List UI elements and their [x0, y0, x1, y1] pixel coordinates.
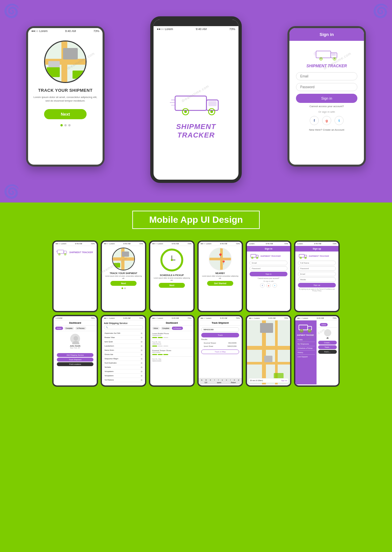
mini-phone-profile: 1:13AM 73% Dashboard Active Complete In … — [52, 315, 98, 387]
mini-g-icon[interactable]: g — [266, 283, 271, 288]
svg-point-6 — [210, 110, 213, 113]
mini-signup-header: Sign up — [295, 246, 338, 252]
search-bar[interactable]: 🔍 — [104, 325, 143, 329]
right-name: JN — [326, 337, 328, 339]
svg-point-50 — [309, 330, 310, 332]
track-shipment-btn[interactable]: Track Shipment — [57, 358, 93, 362]
mini-fb-icon[interactable]: f — [260, 283, 265, 288]
track-results-label: Results: — [201, 338, 239, 340]
signin-header: Sign in — [289, 28, 364, 41]
mini-avatar — [70, 334, 80, 344]
list-dot-10 — [141, 371, 142, 372]
mini-truck-1 — [56, 249, 68, 256]
mini-next-2[interactable]: Next — [110, 281, 137, 286]
email-input[interactable] — [296, 72, 357, 80]
track-button[interactable]: Track — [201, 333, 239, 337]
mini-screen-9: Dashboard Active Complete In Process Lor… — [150, 320, 193, 384]
list-dot-3 — [141, 341, 142, 343]
prog-3c — [163, 354, 168, 355]
next-button[interactable]: Next — [44, 109, 87, 119]
svg-point-23 — [59, 254, 60, 255]
svg-point-25 — [65, 254, 66, 255]
svg-point-34 — [252, 257, 253, 258]
keyboard-row1: qwertyuiop — [200, 379, 241, 381]
list-item-12: Vul Ratione — [102, 378, 145, 382]
svg-rect-20 — [57, 250, 64, 253]
menu-item-history[interactable]: History — [297, 350, 315, 355]
signout-link[interactable]: Sign out — [281, 380, 287, 382]
middle-banner: Mobile App UI Design — [0, 203, 392, 237]
list-item-10: Voluptatem — [102, 369, 145, 374]
nearby-map: 📍 📍 — [209, 248, 232, 270]
mini-password-input[interactable] — [250, 266, 287, 271]
menu-item-profile[interactable]: Profile — [297, 338, 315, 342]
dot-1 — [60, 124, 63, 126]
mini-phone-schedule: ●●○○ Lorem 9:40 AM 73% SCHEDULE A PICKUP… — [149, 240, 195, 312]
list-dot-11 — [141, 375, 142, 377]
right-create-btn[interactable]: Create... — [318, 341, 337, 345]
time-left: 9:40 AM — [65, 29, 76, 33]
add-shipping-btn[interactable]: Add Shipping Service — [57, 353, 93, 357]
track-input-area: Track Results: Eiusmod Tempor 652139465 … — [199, 326, 242, 356]
track-number-input[interactable] — [201, 327, 239, 332]
facebook-icon[interactable]: f — [310, 116, 319, 125]
dash-inprocess-tab[interactable]: In Process — [172, 327, 183, 330]
mini-cannot-access: Cannot access your account? — [250, 277, 287, 279]
signal-left: ●●○○ Lorem — [31, 29, 48, 33]
tab-active[interactable]: Active — [55, 327, 63, 330]
mini-dot — [124, 287, 126, 289]
mini-truck-signup — [298, 253, 308, 259]
right-avatar-area: JN — [318, 329, 337, 339]
list-item-3: Ipsa Quae — [102, 340, 145, 344]
svg-rect-0 — [175, 96, 206, 110]
mini-signin-btn[interactable]: Sign in — [250, 272, 287, 276]
signin-button[interactable]: Sign in — [296, 94, 357, 103]
list-dot-2 — [141, 337, 142, 338]
mini-t-icon[interactable]: t — [272, 283, 277, 288]
list-item-6: Omnis Iste — [102, 352, 145, 357]
mini-next-3[interactable]: Next — [159, 283, 185, 288]
menu-item-schedule[interactable]: Schedule a Pickup — [297, 346, 315, 350]
pin-1: 📍 — [218, 253, 223, 258]
menu-item-support[interactable]: Live Support — [297, 355, 315, 359]
prog-2b — [158, 346, 163, 347]
find-locations-btn[interactable]: Find Locations — [57, 362, 93, 366]
top-section: 🌀 🌀 🌀 dreamstime.com dreamstime.com drea… — [0, 0, 392, 203]
screen-onboard: TRACK YOUR SHIPMENT Lorem ipsum dolor si… — [28, 34, 103, 164]
svg-point-40 — [300, 257, 301, 258]
mobile-input[interactable] — [298, 277, 336, 282]
menu-item-shipments[interactable]: My Shipments — [297, 342, 315, 346]
mini-email-input[interactable] — [250, 261, 287, 265]
dash-tab-bar: Active Complete In Process — [150, 326, 193, 331]
right-active-tab[interactable]: Active — [320, 323, 328, 326]
password-input[interactable] — [296, 83, 357, 91]
google-icon[interactable]: g — [322, 116, 331, 125]
dash-active-tab[interactable]: Active — [152, 327, 160, 330]
track-on-map-btn[interactable]: Track on Map — [201, 349, 239, 354]
dash-complete-tab[interactable]: Complete — [161, 327, 171, 330]
dash-progress-1 — [152, 337, 191, 338]
right-find-btn[interactable]: Find L... — [318, 350, 337, 354]
mini-status-5: Lorem 9:40 AM 73% — [247, 242, 290, 246]
mini-signup-body: SHIPMENT TRACKER Sign up By signing up y… — [295, 252, 338, 293]
banner-box: Mobile App UI Design — [132, 211, 260, 229]
dash-progress-2 — [152, 346, 191, 347]
twitter-icon[interactable]: t — [335, 116, 344, 125]
fullname-input[interactable] — [298, 261, 336, 265]
signup-btn[interactable]: Sign up — [298, 283, 336, 287]
phones-row-1: ●●○○ Lorem 9:40 AM 73% SH — [0, 237, 392, 315]
app-title-splash: SHIPMENT TRACKER — [160, 122, 232, 139]
list-item-9: Veritatis — [102, 365, 145, 369]
right-track-btn[interactable]: Track... — [318, 345, 337, 349]
time-center: 9:40 AM — [196, 27, 206, 31]
keyboard-row2: 123spaceReturn — [200, 382, 241, 383]
mini-getstarted-btn[interactable]: Get Started — [207, 281, 233, 286]
tab-inprocess[interactable]: In Process — [75, 327, 86, 330]
mini-or-signin: Or sign in with — [250, 280, 287, 282]
prog-3a — [152, 354, 157, 355]
signup-email-input[interactable] — [298, 272, 336, 276]
signup-password-input[interactable] — [298, 266, 336, 271]
tab-complete[interactable]: Complete — [64, 327, 74, 330]
dash-item-4: Sun 01, Sep 5684231569 — [150, 357, 193, 363]
status-bar-left: ●●○○ Lorem 9:40 AM 73% — [28, 28, 103, 34]
